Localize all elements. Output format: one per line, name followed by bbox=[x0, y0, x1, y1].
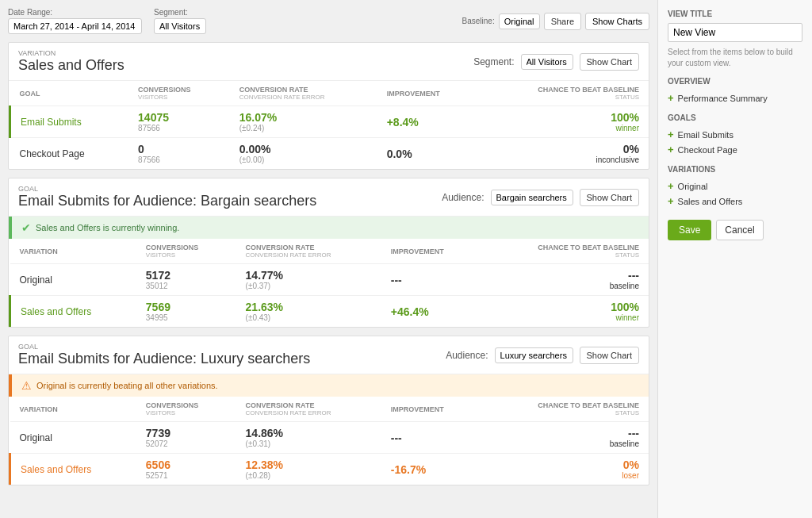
panel-luxury: GOAL Email Submits for Audience: Luxury … bbox=[8, 336, 649, 485]
table-row: Original bbox=[10, 264, 136, 296]
panel1-th-goal: GOAL bbox=[10, 81, 129, 106]
table-cell-conversions: 0 87566 bbox=[128, 138, 230, 170]
right-sidebar: VIEW TITLE Select from the items below t… bbox=[657, 0, 812, 518]
panel3-title: Email Submits for Audience: Luxury searc… bbox=[18, 351, 310, 366]
sidebar-item-performance-summary[interactable]: + Performance Summary bbox=[668, 90, 802, 106]
panel3-audience-select[interactable]: Luxury searchers bbox=[495, 347, 573, 363]
panel1-table: GOAL CONVERSIONS VISITORS CONVERSION RAT… bbox=[9, 81, 649, 169]
panel3-th-variation: VARIATION bbox=[10, 397, 136, 422]
table-cell-improvement: --- bbox=[381, 422, 481, 454]
panel2-th-conversions: CONVERSIONS VISITORS bbox=[136, 239, 236, 264]
view-title-input[interactable] bbox=[668, 23, 802, 42]
panel2-audience-select[interactable]: Bargain searchers bbox=[491, 190, 573, 205]
table-cell-chance: 0% inconclusive bbox=[479, 138, 649, 170]
table-cell-chance: 100% winner bbox=[481, 296, 649, 328]
table-cell-chance: 0% loser bbox=[481, 454, 649, 485]
plus-icon-performance: + bbox=[668, 93, 674, 103]
share-button[interactable]: Share bbox=[544, 13, 581, 30]
panel-title-group-2: GOAL Email Submits for Audience: Bargain… bbox=[18, 185, 316, 209]
panel3-th-chance: CHANCE TO BEAT BASELINE STATUS bbox=[481, 397, 649, 422]
table-row: Sales and Offers bbox=[10, 454, 136, 485]
plus-icon-sales: + bbox=[668, 196, 674, 206]
table-cell-conversions: 7569 34995 bbox=[136, 296, 236, 328]
segment-select[interactable]: All Visitors bbox=[154, 18, 206, 34]
panel2-title: Email Submits for Audience: Bargain sear… bbox=[18, 193, 316, 209]
panel2-status-bar: ✔ Sales and Offers is currently winning. bbox=[9, 217, 649, 239]
panel-title-group-1: VARIATION Sales and Offers bbox=[18, 49, 124, 74]
panel2-table: VARIATION CONVERSIONS VISITORS CONVERSIO… bbox=[9, 239, 649, 327]
baseline-label: Baseline: bbox=[462, 17, 495, 25]
table-cell-conversions: 7739 52072 bbox=[136, 422, 236, 454]
panel1-th-improvement: IMPROVEMENT bbox=[377, 81, 479, 106]
panel2-th-variation: VARIATION bbox=[10, 239, 136, 264]
panel-sales-offers: VARIATION Sales and Offers Segment: All … bbox=[8, 42, 649, 170]
panel3-header-right: Audience: Luxury searchers Show Chart bbox=[446, 347, 639, 364]
table-cell-convrate: 16.07% (±0.24) bbox=[230, 106, 377, 138]
panel3-th-convrate: CONVERSION RATE CONVERSION RATE ERROR bbox=[236, 397, 381, 422]
table-cell-conversions: 6506 52571 bbox=[136, 454, 236, 485]
panel1-segment-label: Segment: bbox=[473, 56, 514, 67]
table-row: Email Submits bbox=[10, 106, 129, 138]
sidebar-item-performance-label: Performance Summary bbox=[678, 94, 768, 103]
view-title-desc: Select from the items below to build you… bbox=[668, 47, 802, 69]
save-button[interactable]: Save bbox=[668, 220, 711, 240]
panel-header-3: GOAL Email Submits for Audience: Luxury … bbox=[9, 336, 649, 374]
sidebar-item-email-label: Email Submits bbox=[678, 130, 733, 140]
panel-header-1: VARIATION Sales and Offers Segment: All … bbox=[9, 43, 649, 81]
panel1-goal-label: VARIATION bbox=[18, 49, 124, 57]
sidebar-overview-label: OVERVIEW bbox=[668, 77, 802, 86]
sidebar-item-original[interactable]: + Original bbox=[668, 178, 802, 194]
table-row: Original bbox=[10, 422, 136, 454]
panel2-th-convrate: CONVERSION RATE CONVERSION RATE ERROR bbox=[236, 239, 381, 264]
panel3-th-conversions: CONVERSIONS VISITORS bbox=[136, 397, 236, 422]
panel2-header-right: Audience: Bargain searchers Show Chart bbox=[442, 189, 639, 206]
plus-icon-email: + bbox=[668, 129, 674, 140]
sidebar-buttons: Save Cancel bbox=[668, 220, 802, 240]
sidebar-item-checkout-page[interactable]: + Checkout Page bbox=[668, 142, 802, 157]
panel1-segment-select[interactable]: All Visitors bbox=[521, 54, 573, 70]
table-cell-convrate: 14.86% (±0.31) bbox=[236, 422, 381, 454]
table-cell-convrate: 21.63% (±0.43) bbox=[236, 296, 381, 328]
panel2-status-icon: ✔ bbox=[21, 221, 31, 234]
panel3-show-chart-button[interactable]: Show Chart bbox=[580, 347, 639, 364]
sidebar-variations-label: VARIATIONS bbox=[668, 165, 802, 174]
sidebar-item-original-label: Original bbox=[678, 182, 708, 191]
baseline-group: Baseline: Original Share Show Charts bbox=[462, 13, 649, 30]
cancel-button[interactable]: Cancel bbox=[716, 220, 763, 240]
panel3-goal-label: GOAL bbox=[18, 343, 310, 351]
panel2-show-chart-button[interactable]: Show Chart bbox=[580, 189, 639, 206]
panel3-status-bar: ⚠ Original is currently beating all othe… bbox=[9, 374, 649, 397]
panel-header-2: GOAL Email Submits for Audience: Bargain… bbox=[9, 178, 649, 217]
panel1-header-right: Segment: All Visitors Show Chart bbox=[473, 53, 639, 71]
panel2-th-chance: CHANCE TO BEAT BASELINE STATUS bbox=[481, 239, 649, 264]
table-cell-convrate: 12.38% (±0.28) bbox=[236, 454, 381, 485]
table-cell-improvement: -16.7% bbox=[381, 454, 481, 485]
table-cell-chance: --- baseline bbox=[481, 422, 649, 454]
panel-title-group-3: GOAL Email Submits for Audience: Luxury … bbox=[18, 343, 310, 367]
sidebar-item-sales-offers[interactable]: + Sales and Offers bbox=[668, 194, 802, 209]
table-cell-conversions: 14075 87566 bbox=[128, 106, 230, 138]
panel1-title: Sales and Offers bbox=[18, 57, 124, 73]
sidebar-item-email-submits[interactable]: + Email Submits bbox=[668, 127, 802, 142]
table-cell-improvement: --- bbox=[381, 264, 481, 296]
table-cell-conversions: 5172 35012 bbox=[136, 264, 236, 296]
panel3-th-improvement: IMPROVEMENT bbox=[381, 397, 481, 422]
panel1-show-chart-button[interactable]: Show Chart bbox=[580, 53, 639, 71]
table-row: Checkout Page bbox=[10, 138, 129, 170]
date-range-group: Date Range: March 27, 2014 - April 14, 2… bbox=[8, 8, 142, 34]
plus-icon-original: + bbox=[668, 181, 674, 191]
sidebar-goals-label: GOALS bbox=[668, 113, 802, 122]
plus-icon-checkout: + bbox=[668, 144, 674, 155]
panel2-status-message: Sales and Offers is currently winning. bbox=[36, 223, 179, 232]
table-row: Sales and Offers bbox=[10, 296, 136, 328]
baseline-select[interactable]: Original bbox=[499, 13, 540, 29]
panel3-table: VARIATION CONVERSIONS VISITORS CONVERSIO… bbox=[9, 397, 649, 485]
panel2-audience-label: Audience: bbox=[442, 192, 484, 203]
table-cell-convrate: 14.77% (±0.37) bbox=[236, 264, 381, 296]
table-cell-convrate: 0.00% (±0.00) bbox=[230, 138, 377, 170]
panel3-status-icon: ⚠ bbox=[21, 379, 32, 392]
panel-bargain: GOAL Email Submits for Audience: Bargain… bbox=[8, 178, 649, 328]
date-range-select[interactable]: March 27, 2014 - April 14, 2014 bbox=[8, 18, 142, 34]
table-cell-improvement: +8.4% bbox=[377, 106, 479, 138]
show-charts-button[interactable]: Show Charts bbox=[585, 13, 649, 30]
